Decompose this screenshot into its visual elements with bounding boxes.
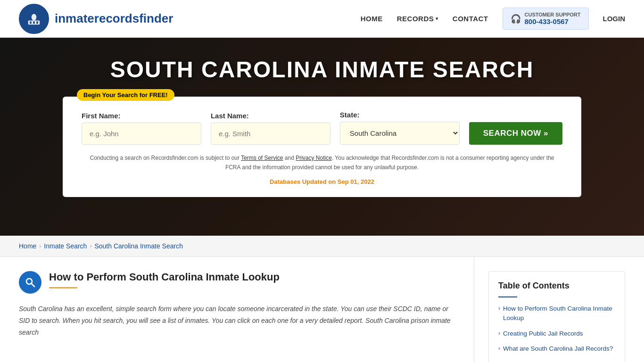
- svg-rect-3: [30, 21, 32, 24]
- chevron-right-icon: ›: [498, 305, 500, 312]
- toc-divider: [498, 296, 517, 297]
- toc-item-3: › What are South Carolina Jail Records?: [498, 344, 615, 354]
- search-card: Begin Your Search for FREE! First Name: …: [63, 97, 581, 197]
- logo-icon: [19, 4, 49, 34]
- toc-item-1: › How to Perform South Carolina Inmate L…: [498, 304, 615, 323]
- chevron-right-icon-3: ›: [498, 345, 500, 352]
- disclaimer-text: Conducting a search on Recordsfinder.com…: [82, 153, 562, 173]
- nav-records[interactable]: RECORDS ▾: [397, 15, 438, 23]
- main-nav: HOME RECORDS ▾ CONTACT 🎧 CUSTOMER SUPPOR…: [361, 8, 625, 30]
- first-name-input[interactable]: [82, 123, 201, 145]
- table-of-contents: Table of Contents › How to Perform South…: [488, 271, 625, 362]
- breadcrumb-sep-1: ›: [39, 243, 41, 249]
- first-name-group: First Name:: [82, 112, 201, 145]
- breadcrumb: Home › Inmate Search › South Carolina In…: [0, 236, 644, 257]
- last-name-label: Last Name:: [211, 112, 330, 120]
- search-now-button[interactable]: SEARCH NOW »: [469, 122, 562, 145]
- breadcrumb-home[interactable]: Home: [19, 242, 36, 250]
- tos-link[interactable]: Terms of Service: [241, 155, 283, 161]
- state-select[interactable]: South Carolina Alabama Alaska Arizona Ca…: [340, 122, 460, 145]
- free-badge: Begin Your Search for FREE!: [77, 89, 174, 101]
- article-section: How to Perform South Carolina Inmate Loo…: [19, 257, 474, 362]
- svg-point-1: [32, 14, 37, 20]
- article-title: How to Perform South Carolina Inmate Loo…: [49, 271, 280, 283]
- breadcrumb-inmate-search[interactable]: Inmate Search: [44, 242, 87, 250]
- db-update-text: Databases Updated on Sep 01, 2022: [82, 178, 562, 185]
- svg-rect-4: [33, 21, 35, 24]
- toc-item-2: › Creating Public Jail Records: [498, 329, 615, 338]
- headset-icon: 🎧: [511, 14, 521, 24]
- state-label: State:: [340, 111, 460, 119]
- nav-contact[interactable]: CONTACT: [453, 15, 488, 23]
- main-content: How to Perform South Carolina Inmate Loo…: [0, 257, 644, 362]
- chevron-right-icon-2: ›: [498, 330, 500, 337]
- search-icon: [25, 277, 36, 288]
- first-name-label: First Name:: [82, 112, 201, 120]
- article-header: How to Perform South Carolina Inmate Loo…: [19, 271, 460, 294]
- breadcrumb-current: South Carolina Inmate Search: [94, 242, 183, 250]
- toc-link-1[interactable]: How to Perform South Carolina Inmate Loo…: [503, 304, 615, 323]
- logo-text: inmaterecordsfinder: [55, 11, 173, 26]
- site-header: inmaterecordsfinder HOME RECORDS ▾ CONTA…: [0, 0, 644, 38]
- support-text-block: CUSTOMER SUPPORT 800-433-0567: [525, 12, 581, 25]
- nav-home[interactable]: HOME: [361, 15, 383, 23]
- title-underline: [49, 287, 77, 288]
- article-icon: [19, 271, 41, 294]
- privacy-link[interactable]: Privacy Notice: [296, 155, 332, 161]
- hero-section: SOUTH CAROLINA INMATE SEARCH Begin Your …: [0, 38, 644, 236]
- toc-link-2[interactable]: Creating Public Jail Records: [503, 329, 583, 338]
- toc-section: Table of Contents › How to Perform South…: [474, 257, 625, 362]
- toc-link-3[interactable]: What are South Carolina Jail Records?: [503, 344, 613, 354]
- search-form-row: First Name: Last Name: State: South Caro…: [82, 111, 562, 145]
- login-button[interactable]: LOGIN: [603, 15, 626, 23]
- logo-area: inmaterecordsfinder: [19, 4, 173, 34]
- last-name-group: Last Name:: [211, 112, 330, 145]
- toc-title: Table of Contents: [498, 281, 615, 291]
- state-group: State: South Carolina Alabama Alaska Ari…: [340, 111, 460, 145]
- article-body: South Carolina has an excellent, simple …: [19, 303, 460, 339]
- svg-rect-5: [36, 21, 38, 24]
- chevron-down-icon: ▾: [436, 16, 438, 21]
- article-title-block: How to Perform South Carolina Inmate Loo…: [49, 271, 280, 288]
- breadcrumb-sep-2: ›: [90, 243, 91, 249]
- svg-line-7: [32, 284, 34, 287]
- hero-title: SOUTH CAROLINA INMATE SEARCH: [110, 57, 534, 82]
- customer-support-box: 🎧 CUSTOMER SUPPORT 800-433-0567: [503, 8, 589, 30]
- last-name-input[interactable]: [211, 123, 330, 145]
